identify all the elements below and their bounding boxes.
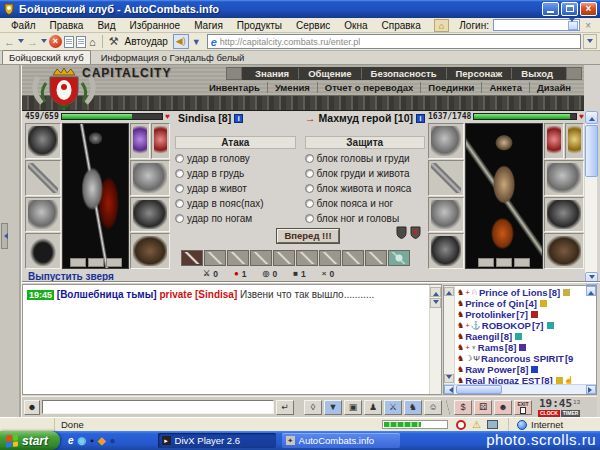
equipment-slot-gloves[interactable] — [544, 197, 584, 233]
weapon-style-icon[interactable] — [342, 250, 364, 266]
rune-slot[interactable] — [106, 258, 122, 267]
loot-button[interactable]: ☻ — [494, 400, 512, 415]
nav-design[interactable]: Дизайн — [529, 82, 578, 93]
scroll-up-button[interactable] — [430, 287, 441, 297]
player-list-scrollbar[interactable] — [444, 286, 455, 384]
media-player-icon[interactable]: ● — [110, 436, 116, 446]
address-bar[interactable]: e http://capitalcity.combats.ru/enter.pl — [207, 34, 581, 49]
chat-sender[interactable]: [Волшебница тьмы] — [57, 289, 157, 300]
equipment-slot-helmet[interactable] — [25, 123, 61, 159]
scroll-down-button[interactable] — [430, 298, 441, 308]
url-text[interactable]: http://capitalcity.combats.ru/enter.pl — [220, 37, 360, 47]
attack-option[interactable]: удар по ногам — [175, 211, 296, 226]
menu-service[interactable]: Сервис — [289, 20, 337, 31]
radio-button[interactable] — [305, 154, 314, 163]
defense-option[interactable]: блок груди и живота — [305, 166, 426, 181]
attack-option[interactable]: удар в голову — [175, 151, 296, 166]
home-button[interactable]: ⌂ — [88, 36, 97, 48]
tab-fight-club[interactable]: Бойцовский клуб — [2, 50, 91, 64]
weapon-style-icon[interactable] — [273, 250, 295, 266]
tab-character-info[interactable]: Информация о Гэндальф белый — [95, 51, 251, 64]
player-list-item[interactable]: ♞ Raengil [8] — [457, 331, 595, 342]
equipment-slot-bracers[interactable] — [130, 160, 170, 196]
attack-option[interactable]: удар в пояс(пах) — [175, 196, 296, 211]
menu-magic[interactable]: Магия — [187, 20, 230, 31]
weapon-style-icon[interactable] — [296, 250, 318, 266]
chat-scrollbar[interactable] — [429, 285, 441, 394]
radio-button[interactable] — [175, 154, 184, 163]
shield-icon[interactable] — [410, 226, 421, 239]
nav-skills[interactable]: Умения — [267, 82, 317, 93]
player-info-badge[interactable] — [540, 300, 547, 307]
walk-button[interactable]: ♟ — [364, 400, 382, 415]
fight-button[interactable]: ⚔ — [384, 400, 402, 415]
menu-view[interactable]: Вид — [90, 20, 122, 31]
maximize-button[interactable] — [561, 2, 578, 16]
save-button[interactable]: ▣ — [344, 400, 362, 415]
nav-exit[interactable]: Выход — [511, 68, 562, 79]
player-info-badge[interactable] — [519, 344, 526, 351]
menubar-close-icon[interactable]: × — [580, 20, 596, 31]
address-dropdown-button[interactable] — [583, 34, 597, 49]
weapon-style-icon[interactable] — [181, 250, 203, 266]
radio-button[interactable] — [305, 199, 314, 208]
attack-option[interactable]: удар в грудь — [175, 166, 296, 181]
filter-button[interactable]: ▼ — [324, 400, 342, 415]
winamp-icon[interactable]: ◆ — [98, 436, 106, 446]
messenger-icon[interactable]: ◉ — [78, 436, 87, 446]
menu-help[interactable]: Справка — [375, 20, 428, 31]
equipment-slot-ring[interactable] — [565, 123, 585, 159]
login-dropdown-button[interactable] — [568, 21, 578, 30]
player-list-hscrollbar[interactable] — [444, 384, 596, 394]
equipment-slot-gloves[interactable] — [130, 197, 170, 233]
attack-option[interactable]: удар в живот — [175, 181, 296, 196]
menu-favorites[interactable]: Избранное — [122, 20, 187, 31]
ie-quicklaunch-icon[interactable]: e — [68, 436, 74, 446]
nav-inventory[interactable]: Инвентарь — [202, 82, 267, 93]
equipment-slot-boots[interactable] — [130, 233, 170, 269]
weapon-style-icon[interactable] — [319, 250, 341, 266]
rune-slot[interactable] — [70, 258, 86, 267]
menu-products[interactable]: Продукты — [230, 20, 289, 31]
page-icon[interactable] — [76, 36, 86, 48]
equipment-slot-armor[interactable] — [25, 197, 61, 233]
player-list-item[interactable]: ♞ ☽ Ψ Rancorous SPIRIT [9 — [457, 353, 595, 364]
login-input[interactable] — [493, 19, 580, 31]
player-list-item[interactable]: ♞ + ♆ Rams [8] — [457, 342, 595, 353]
scroll-right-button[interactable] — [586, 385, 596, 394]
dice-button[interactable]: ⚄ — [474, 400, 492, 415]
tools-icon[interactable]: ⚒ — [108, 35, 120, 48]
frame-resize-handle[interactable] — [1, 223, 8, 249]
scroll-down-button[interactable] — [585, 272, 598, 285]
defense-option[interactable]: блок пояса и ног — [305, 196, 426, 211]
equipment-slot-ring[interactable] — [544, 123, 564, 159]
fighter-name-text[interactable]: Махмуд герой — [319, 112, 392, 124]
defense-option[interactable]: блок головы и груди — [305, 151, 426, 166]
player-list-item[interactable]: ♞ Protolinker [7] — [457, 309, 595, 320]
radio-button[interactable] — [175, 199, 184, 208]
player-name[interactable]: Protolinker — [465, 309, 515, 320]
refresh-icon[interactable] — [64, 36, 74, 48]
defense-option[interactable]: блок живота и пояса — [305, 181, 426, 196]
moves-button[interactable]: ♞ — [404, 400, 422, 415]
nav-security[interactable]: Безопасность — [361, 68, 446, 79]
player-info-badge[interactable] — [515, 333, 522, 340]
money-button[interactable]: $ — [454, 400, 472, 415]
page-scrollbar[interactable] — [584, 111, 597, 285]
shield-icon[interactable] — [396, 226, 407, 239]
lock-icon[interactable]: ⌂ — [434, 19, 450, 32]
speaker-icon[interactable]: ◀) — [173, 34, 189, 49]
forward-button[interactable]: → — [26, 36, 39, 48]
timer-label[interactable]: TIMER — [561, 410, 581, 417]
scrollbar-thumb[interactable] — [585, 125, 598, 177]
task-autocombats[interactable]: ✦ AutoCombats.info — [282, 433, 400, 448]
terminal-icon[interactable]: ▪ — [90, 436, 94, 446]
nav-transfers[interactable]: Отчет о переводах — [317, 82, 421, 93]
equipment-slot-weapon[interactable] — [25, 160, 61, 196]
player-info-badge[interactable] — [531, 366, 538, 373]
equipment-slot-belt[interactable] — [428, 233, 464, 269]
radio-button[interactable] — [305, 169, 314, 178]
player-info-badge[interactable] — [547, 322, 554, 329]
player-name[interactable]: ROBOKOP — [482, 320, 531, 331]
fighter-name-text[interactable]: Sindisa — [178, 112, 215, 124]
